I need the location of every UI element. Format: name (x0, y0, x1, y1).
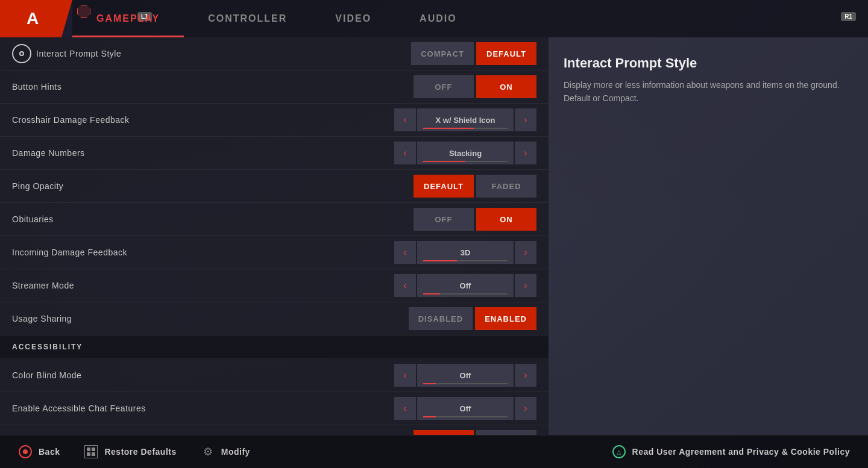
damage-numbers-bar (423, 161, 508, 162)
main-content: Interact Prompt Style Compact Default Bu… (0, 37, 868, 435)
streamer-mode-label: Streamer Mode (12, 281, 394, 290)
tab-video[interactable]: VIDEO (311, 0, 395, 37)
accessible-chat-left[interactable]: ‹ (394, 397, 416, 420)
modify-action[interactable]: ⚙ Modify (201, 445, 250, 459)
setting-row-obituaries: Obituaries Off On (0, 203, 549, 236)
usage-sharing-controls: Disabled Enabled (409, 307, 536, 330)
damage-numbers-value: Stacking (417, 142, 514, 164)
incoming-damage-value-text: 3D (461, 248, 471, 257)
modify-icon-symbol: ⚙ (203, 445, 213, 458)
usage-sharing-enabled[interactable]: Enabled (475, 307, 536, 330)
crosshair-controls: ‹ X w/ Shield Icon › (394, 108, 536, 131)
ping-opacity-controls: Default Faded (414, 175, 536, 198)
setting-row-incoming-damage: Incoming Damage Feedback ‹ 3D › (0, 236, 549, 269)
accessible-chat-controls: ‹ Off › (394, 397, 536, 420)
setting-row-convert-voice: Convert Incoming Voice to Chat Text Off … (0, 425, 549, 435)
tab-controller[interactable]: CONTROLLER (184, 0, 311, 37)
prompt-style-icon (12, 44, 31, 63)
nav-tabs: L1 GAMEPLAY CONTROLLER VIDEO AUDIO R1 (72, 0, 868, 37)
convert-voice-on[interactable]: On (476, 430, 536, 435)
tab-gameplay[interactable]: GAMEPLAY (72, 0, 184, 37)
ping-opacity-faded[interactable]: Faded (476, 175, 536, 198)
setting-row-damage-numbers: Damage Numbers ‹ Stacking › (0, 137, 549, 170)
obituaries-on[interactable]: On (476, 208, 536, 231)
button-hints-off[interactable]: Off (414, 75, 474, 98)
grid-cell-3 (87, 452, 90, 456)
setting-row-crosshair: Crosshair Damage Feedback ‹ X w/ Shield … (0, 104, 549, 137)
color-blind-value: Off (417, 364, 514, 387)
restore-action[interactable]: Restore Defaults (84, 445, 176, 459)
interact-prompt-controls: Compact Default (411, 42, 536, 65)
grid-cell-1 (87, 448, 90, 451)
interact-prompt-label: Interact Prompt Style (36, 49, 411, 58)
damage-numbers-bar-fill (423, 161, 465, 162)
policy-label: Read User Agreement and Privacy & Cookie… (632, 447, 850, 457)
convert-voice-off[interactable]: Off (414, 430, 474, 435)
ping-opacity-default[interactable]: Default (414, 175, 474, 198)
button-hints-on[interactable]: On (476, 75, 536, 98)
color-blind-value-text: Off (460, 371, 471, 380)
policy-triangle-icon: △ (612, 445, 626, 458)
incoming-damage-right[interactable]: › (515, 241, 536, 264)
color-blind-controls: ‹ Off › (394, 364, 536, 387)
settings-panel: Interact Prompt Style Compact Default Bu… (0, 37, 549, 435)
accessibility-header: ACCESSIBILITY (0, 335, 549, 359)
restore-label: Restore Defaults (104, 447, 176, 457)
setting-row-ping-opacity: Ping Opacity Default Faded (0, 170, 549, 203)
color-blind-label: Color Blind Mode (12, 370, 394, 380)
accessible-chat-value-text: Off (460, 404, 471, 413)
usage-sharing-disabled[interactable]: Disabled (409, 307, 473, 330)
incoming-damage-left[interactable]: ‹ (394, 241, 416, 264)
logo: A (27, 9, 40, 28)
setting-row-color-blind: Color Blind Mode ‹ Off › (0, 359, 549, 392)
damage-numbers-label: Damage Numbers (12, 148, 394, 158)
modify-icon: ⚙ (201, 445, 215, 459)
back-icon (18, 445, 33, 459)
default-button[interactable]: Default (476, 42, 536, 65)
grid-cell-2 (92, 448, 95, 451)
accessible-chat-value: Off (417, 397, 514, 420)
damage-numbers-right[interactable]: › (515, 142, 536, 164)
accessible-chat-right[interactable]: › (515, 397, 536, 420)
back-action[interactable]: Back (18, 445, 60, 459)
streamer-mode-value-text: Off (460, 281, 471, 290)
streamer-mode-bar-fill (423, 293, 440, 295)
obituaries-label: Obituaries (12, 214, 414, 224)
usage-sharing-label: Usage Sharing (12, 314, 409, 323)
convert-voice-controls: Off On (414, 430, 536, 435)
r1-badge: R1 (841, 12, 856, 21)
policy-action[interactable]: △ Read User Agreement and Privacy & Cook… (612, 445, 850, 459)
damage-numbers-left[interactable]: ‹ (394, 142, 416, 164)
crosshair-left[interactable]: ‹ (394, 108, 416, 131)
streamer-mode-bar (423, 293, 508, 295)
info-title: Interact Prompt Style (564, 55, 853, 71)
crosshair-value: X w/ Shield Icon (417, 108, 514, 131)
color-blind-bar (423, 383, 508, 384)
obituaries-controls: Off On (414, 208, 536, 231)
accessible-chat-bar (423, 416, 508, 417)
color-blind-right[interactable]: › (515, 364, 536, 387)
damage-numbers-controls: ‹ Stacking › (394, 142, 536, 164)
incoming-damage-label: Incoming Damage Feedback (12, 248, 394, 257)
restore-icon (84, 445, 98, 459)
tab-audio[interactable]: AUDIO (395, 0, 481, 37)
crosshair-right[interactable]: › (515, 108, 536, 131)
footer: Back Restore Defaults ⚙ Modify △ Read Us… (0, 435, 868, 468)
streamer-mode-controls: ‹ Off › (394, 274, 536, 297)
setting-row-button-hints: Button Hints Off On (0, 70, 549, 104)
compact-button[interactable]: Compact (411, 42, 474, 65)
accessible-chat-label: Enable Accessible Chat Features (12, 404, 394, 413)
modify-label: Modify (221, 447, 250, 457)
crosshair-bar-fill (423, 128, 474, 129)
color-blind-left[interactable]: ‹ (394, 364, 416, 387)
setting-row-interact-prompt: Interact Prompt Style Compact Default (0, 37, 549, 70)
streamer-mode-left[interactable]: ‹ (394, 274, 416, 297)
policy-icon: △ (612, 445, 626, 459)
header: A L1 GAMEPLAY CONTROLLER VIDEO AUDIO R1 (0, 0, 868, 37)
info-panel: Interact Prompt Style Display more or le… (549, 37, 868, 435)
streamer-mode-right[interactable]: › (515, 274, 536, 297)
crosshair-bar (423, 128, 508, 129)
grid-cell-4 (92, 452, 95, 456)
setting-row-accessible-chat: Enable Accessible Chat Features ‹ Off › (0, 392, 549, 425)
obituaries-off[interactable]: Off (414, 208, 474, 231)
